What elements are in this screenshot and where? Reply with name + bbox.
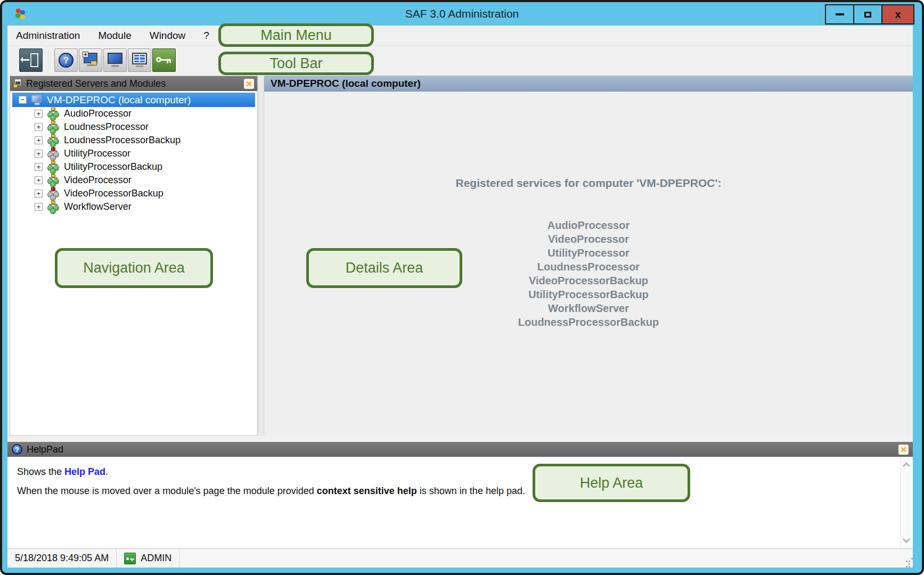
expand-icon[interactable]: [35, 123, 43, 131]
collapse-expander-icon[interactable]: [19, 96, 27, 104]
login-key-button[interactable]: [152, 48, 176, 72]
module-gears-icon-error: [47, 147, 60, 160]
menu-item--[interactable]: ?: [203, 30, 209, 42]
expand-icon[interactable]: [35, 203, 43, 211]
monitor-base: [136, 65, 143, 67]
tree-item-label: LoudnessProcessorBackup: [64, 135, 181, 146]
expand-icon[interactable]: [35, 110, 43, 118]
tree-item-root-server[interactable]: VM-DPEPROC (local computer): [12, 93, 255, 107]
exit-button[interactable]: [19, 48, 43, 72]
title-bar[interactable]: SAF 3.0 Administration x: [2, 2, 922, 26]
module-gears-icon-ok: [47, 174, 60, 187]
maximize-button[interactable]: [853, 4, 882, 24]
tree-item-label: WorkflowServer: [64, 201, 132, 212]
help-pad-link[interactable]: Help Pad: [64, 466, 105, 477]
help-area: Shows the Help Pad. When the mouse is mo…: [7, 457, 913, 548]
expand-icon[interactable]: [35, 150, 43, 158]
panel-splitter[interactable]: [258, 76, 264, 436]
key-icon: [156, 57, 172, 63]
tree-panel-header: Registered Servers and Modules ✕: [10, 76, 257, 91]
maximize-icon: [864, 12, 871, 18]
exit-door-icon: [30, 53, 38, 67]
help-line-2: When the mouse is moved over a module's …: [17, 486, 886, 497]
tree-root-label: VM-DPEPROC (local computer): [47, 94, 191, 106]
tree-item-label: VideoProcessorBackup: [64, 188, 163, 199]
status-datetime: 5/18/2018 9:49:05 AM: [7, 549, 117, 568]
expand-icon[interactable]: [35, 136, 43, 144]
annotation-details-area: Details Area: [306, 248, 462, 288]
panel-layout-button[interactable]: [128, 48, 151, 72]
tree-item-LoudnessProcessor[interactable]: LoudnessProcessor: [10, 120, 257, 134]
main-menu-bar: AdministrationModuleWindow?: [7, 26, 913, 46]
status-user: ADMIN: [117, 549, 179, 568]
tool-bar: ? +: [7, 46, 913, 76]
service-name: LoudnessProcessorBackup: [264, 315, 913, 329]
tree-item-VideoProcessor[interactable]: VideoProcessor: [10, 174, 257, 187]
expand-icon[interactable]: [35, 190, 43, 198]
service-name: AudioProcessor: [264, 218, 913, 232]
window-controls: x: [826, 4, 914, 24]
helppad-question-icon: ?: [12, 444, 22, 455]
minimize-icon: [836, 13, 844, 15]
plus-icon: +: [83, 52, 88, 58]
expand-icon[interactable]: [35, 163, 43, 171]
tree-item-AudioProcessor[interactable]: AudioProcessor: [10, 107, 257, 120]
tree-item-VideoProcessorBackup[interactable]: VideoProcessorBackup: [10, 187, 257, 200]
annotation-main-menu: Main Menu: [218, 23, 374, 47]
monitor-icon: [108, 53, 122, 64]
help-text: Shows the Help Pad. When the mouse is mo…: [17, 466, 886, 505]
help-scrollbar[interactable]: [900, 457, 913, 548]
add-module-screen-button[interactable]: +: [79, 48, 102, 72]
tree-panel-close-icon[interactable]: ✕: [244, 79, 254, 89]
service-name: VideoProcessor: [264, 232, 913, 246]
details-header: VM-DPEPROC (local computer): [264, 76, 913, 92]
admin-key-icon: [124, 553, 136, 564]
module-gears-icon-ok: [47, 161, 60, 174]
close-icon: x: [895, 9, 901, 20]
monitor-base: [111, 65, 119, 67]
menu-item-module[interactable]: Module: [98, 30, 131, 42]
annotation-navigation-area: Navigation Area: [55, 248, 213, 288]
tree-item-label: VideoProcessor: [64, 175, 132, 186]
status-bar: 5/18/2018 9:49:05 AM ADMIN: [7, 548, 913, 568]
status-empty: [179, 549, 913, 568]
monitor-base: [87, 64, 94, 66]
panel-window-icon: [13, 79, 22, 88]
tree-item-WorkflowServer[interactable]: WorkflowServer: [10, 200, 257, 213]
annotation-help-area: Help Area: [533, 464, 690, 502]
helppad-close-icon[interactable]: ✕: [898, 445, 909, 455]
help-button[interactable]: ?: [54, 48, 78, 72]
module-gears-icon-ok: [47, 121, 60, 134]
panels-grid-icon: [132, 53, 147, 64]
client-area: AdministrationModuleWindow? ? +: [7, 26, 913, 568]
menu-item-window[interactable]: Window: [150, 30, 186, 42]
resize-grip[interactable]: [903, 558, 911, 565]
tree-item-UtilityProcessor[interactable]: UtilityProcessor: [10, 147, 257, 160]
screenshot-frame: SAF 3.0 Administration x AdministrationM…: [0, 0, 924, 575]
annotation-tool-bar: Tool Bar: [218, 52, 374, 75]
helppad-header: ? HelpPad ✕: [7, 442, 913, 457]
status-user-label: ADMIN: [141, 553, 171, 564]
module-gears-icon-ok: [47, 134, 60, 147]
close-button[interactable]: x: [881, 4, 914, 24]
tree-item-label: UtilityProcessorBackup: [64, 161, 162, 172]
tree-item-LoudnessProcessorBackup[interactable]: LoudnessProcessorBackup: [10, 134, 257, 147]
tree-item-label: AudioProcessor: [64, 108, 132, 119]
tree-children: AudioProcessorLoudnessProcessorLoudnessP…: [10, 107, 257, 213]
menu-item-administration[interactable]: Administration: [16, 30, 80, 42]
minimize-button[interactable]: [825, 4, 854, 24]
help-line-1: Shows the Help Pad.: [17, 466, 886, 478]
tree-item-label: UtilityProcessor: [64, 148, 130, 159]
screen-view-button[interactable]: [103, 48, 127, 72]
window-title: SAF 3.0 Administration: [2, 2, 922, 26]
scroll-up-icon[interactable]: [903, 462, 910, 470]
tree-item-label: LoudnessProcessor: [64, 121, 149, 133]
expand-icon[interactable]: [35, 176, 43, 184]
scroll-down-icon[interactable]: [903, 536, 910, 543]
exit-arrow-icon: [23, 59, 29, 61]
tree-item-UtilityProcessorBackup[interactable]: UtilityProcessorBackup: [10, 160, 257, 174]
module-gears-icon-error: [47, 187, 60, 200]
registered-services-heading: Registered services for computer 'VM-DPE…: [264, 177, 913, 190]
module-gears-icon-ok: [47, 201, 60, 213]
module-gears-icon-ok: [47, 108, 60, 120]
